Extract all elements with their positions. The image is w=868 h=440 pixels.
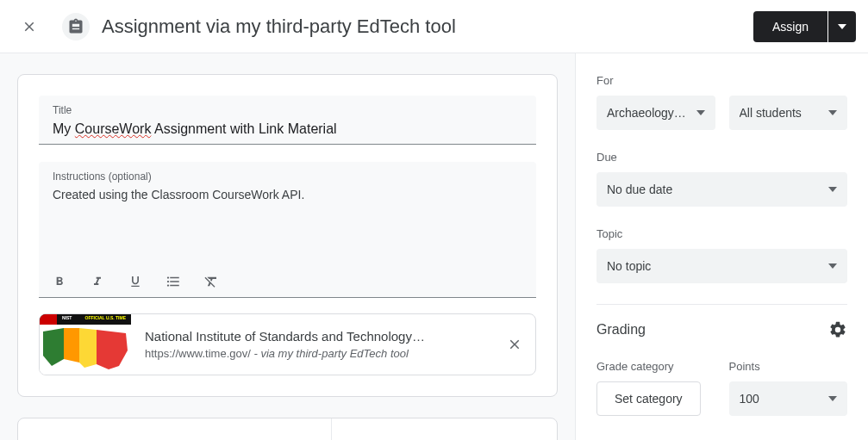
bulleted-list-button[interactable]: [165, 273, 182, 290]
points-select[interactable]: 100: [729, 381, 848, 416]
gear-icon: [828, 320, 847, 339]
assign-dropdown-button[interactable]: [828, 11, 856, 42]
close-button[interactable]: [12, 9, 47, 44]
for-label: For: [596, 74, 847, 87]
topic-label: Topic: [596, 227, 847, 240]
formatting-toolbar: [39, 265, 536, 298]
assign-button-group: Assign: [753, 11, 856, 42]
instructions-input[interactable]: Created using the Classroom CourseWork A…: [53, 188, 522, 265]
points-label: Points: [729, 360, 848, 373]
title-label: Title: [53, 104, 522, 116]
clear-format-icon: [203, 274, 219, 289]
assignment-type-icon-wrap: [62, 13, 90, 40]
grading-settings-button[interactable]: [828, 320, 847, 339]
page-title: Assignment via my third-party EdTech too…: [102, 15, 753, 38]
class-select[interactable]: Archaeology …: [596, 96, 715, 130]
attachment-title: National Institute of Standards and Tech…: [145, 329, 480, 344]
assignment-card: Title My CourseWork Assignment with Link…: [17, 74, 558, 397]
grade-category-label: Grade category: [596, 360, 715, 373]
attachment-thumbnail: NIST OFFICIAL U.S. TIME: [40, 314, 131, 375]
assign-button[interactable]: Assign: [753, 11, 827, 42]
clear-formatting-button[interactable]: [203, 273, 220, 290]
bold-icon: [53, 275, 66, 288]
caret-down-icon: [696, 110, 705, 115]
attachment-remove-button[interactable]: [494, 314, 535, 375]
attachment-body: National Institute of Standards and Tech…: [131, 329, 494, 360]
title-input[interactable]: My CourseWork Assignment with Link Mater…: [53, 121, 522, 137]
list-icon: [165, 274, 181, 289]
students-select[interactable]: All students: [729, 96, 848, 130]
grading-header: Grading: [596, 304, 847, 339]
caret-down-icon: [838, 24, 846, 29]
instructions-field[interactable]: Instructions (optional) Created using th…: [39, 162, 536, 265]
caret-down-icon: [828, 187, 837, 192]
caret-down-icon: [828, 396, 837, 401]
close-icon: [507, 337, 522, 352]
instructions-label: Instructions (optional): [53, 170, 522, 183]
caret-down-icon: [828, 110, 837, 115]
caret-down-icon: [828, 263, 837, 269]
header: Assignment via my third-party EdTech too…: [0, 0, 868, 53]
due-label: Due: [596, 151, 847, 164]
sidebar: For Archaeology … All students Due No du…: [576, 53, 868, 440]
main-editor-panel: Title My CourseWork Assignment with Link…: [0, 53, 576, 440]
grading-label: Grading: [596, 322, 646, 338]
underline-icon: [128, 275, 142, 288]
attachment-subtitle: https://www.time.gov/ - via my third-par…: [145, 347, 480, 360]
due-date-select[interactable]: No due date: [596, 172, 847, 207]
underline-button[interactable]: [127, 273, 144, 290]
set-category-button[interactable]: Set category: [596, 381, 701, 416]
italic-icon: [91, 275, 104, 288]
footer-tabs: [17, 418, 558, 440]
title-field[interactable]: Title My CourseWork Assignment with Link…: [39, 96, 536, 145]
italic-button[interactable]: [89, 273, 106, 290]
topic-select[interactable]: No topic: [596, 249, 847, 283]
attachment-card[interactable]: NIST OFFICIAL U.S. TIME National Institu…: [39, 313, 536, 375]
usa-map-icon: [40, 325, 131, 375]
spellcheck-word: CourseWork: [75, 121, 152, 136]
close-icon: [22, 19, 37, 34]
bold-button[interactable]: [51, 273, 68, 290]
assignment-icon: [67, 18, 84, 35]
